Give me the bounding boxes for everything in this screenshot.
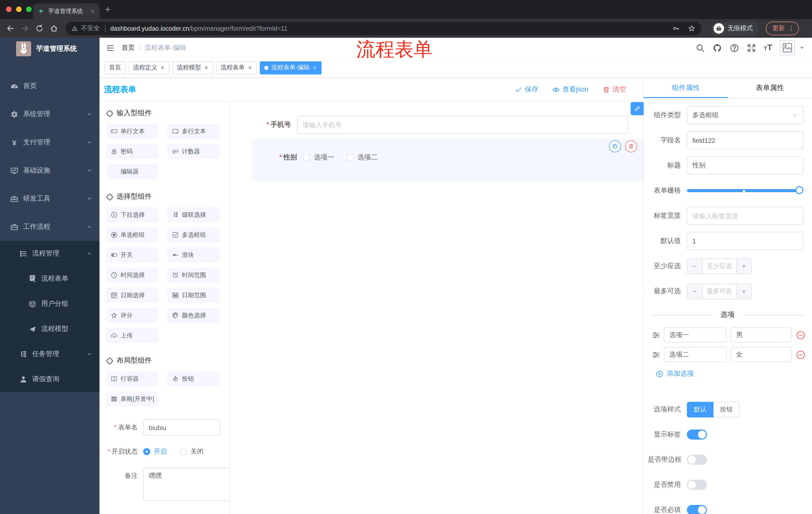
remark-textarea[interactable]: 嘿嘿 bbox=[143, 468, 230, 501]
palette-item-checkbox-group[interactable]: 多选框组 bbox=[167, 227, 220, 242]
tag-process-form[interactable]: 流程表单 bbox=[216, 61, 257, 74]
clear-button[interactable]: 清空 bbox=[603, 85, 626, 94]
fullscreen-icon[interactable] bbox=[747, 43, 756, 53]
palette-item-editor[interactable]: 编辑器 bbox=[106, 164, 158, 179]
slider-handle[interactable] bbox=[795, 186, 804, 194]
disabled-toggle[interactable] bbox=[687, 480, 707, 490]
drag-handle-icon[interactable] bbox=[652, 350, 660, 359]
stepper-plus-button[interactable]: + bbox=[736, 259, 751, 273]
option2-value-input[interactable] bbox=[731, 347, 792, 362]
field-name-input[interactable] bbox=[687, 131, 804, 150]
tag-close-icon[interactable] bbox=[248, 65, 252, 70]
link-tag-button[interactable] bbox=[631, 102, 644, 115]
tag-close-icon[interactable] bbox=[313, 65, 317, 70]
browser-tab[interactable]: 芋道管理系统 bbox=[33, 3, 99, 19]
sidebar-item-process-management[interactable]: 流程管理 bbox=[0, 241, 99, 266]
search-icon[interactable] bbox=[695, 43, 705, 53]
max-select-stepper[interactable]: − 最多可选 + bbox=[687, 283, 752, 299]
palette-item-row-container[interactable]: 行容器 bbox=[106, 371, 158, 386]
drag-handle-icon[interactable] bbox=[652, 331, 660, 339]
reload-button[interactable] bbox=[35, 24, 44, 33]
gender-checkbox-option2[interactable]: 选项二 bbox=[346, 153, 378, 162]
palette-item-single-text[interactable]: 单行文本 bbox=[106, 124, 158, 139]
view-json-button[interactable]: 查看json bbox=[552, 85, 588, 94]
tag-home[interactable]: 首页 bbox=[105, 61, 126, 74]
copy-component-button[interactable] bbox=[609, 140, 621, 153]
avatar[interactable] bbox=[780, 40, 795, 55]
sidebar-item-payment[interactable]: ¥ 支付管理 bbox=[0, 128, 99, 156]
palette-item-counter[interactable]: 123 计数器 bbox=[167, 144, 220, 159]
sidebar-item-system[interactable]: 系统管理 bbox=[0, 100, 99, 128]
palette-item-select[interactable]: 下拉选择 bbox=[106, 207, 158, 222]
remove-option-icon[interactable] bbox=[796, 350, 806, 359]
password-manager-icon[interactable] bbox=[672, 25, 680, 32]
font-size-icon[interactable]: TT bbox=[764, 43, 772, 53]
border-toggle[interactable] bbox=[687, 455, 707, 465]
title-input[interactable] bbox=[687, 156, 804, 174]
tag-process-form-edit[interactable]: 流程表单-编辑 bbox=[260, 61, 322, 74]
tag-close-icon[interactable] bbox=[160, 65, 165, 70]
save-button[interactable]: 保存 bbox=[515, 85, 538, 94]
sidebar-item-workflow[interactable]: 工作流程 bbox=[0, 213, 99, 241]
sidebar-item-leave-query[interactable]: 请假查询 bbox=[0, 367, 99, 392]
palette-item-multi-text[interactable]: 多行文本 bbox=[167, 124, 220, 139]
window-close-button[interactable] bbox=[6, 6, 11, 12]
form-grid-slider[interactable] bbox=[687, 182, 804, 200]
tag-process-model[interactable]: 流程模型 bbox=[172, 61, 213, 74]
sidebar-item-user-group[interactable]: 用户分组 bbox=[0, 291, 99, 316]
style-button-button[interactable]: 按钮 bbox=[714, 402, 740, 417]
tag-process-definition[interactable]: 流程定义 bbox=[128, 61, 169, 74]
browser-update-button[interactable]: 更新 bbox=[766, 22, 799, 35]
phone-input[interactable] bbox=[297, 116, 628, 134]
required-toggle[interactable] bbox=[687, 505, 707, 514]
back-button[interactable] bbox=[6, 24, 14, 33]
sidebar-fold-icon[interactable] bbox=[106, 44, 115, 52]
palette-item-upload[interactable]: 上传 bbox=[106, 328, 158, 343]
style-default-button[interactable]: 默认 bbox=[687, 402, 714, 417]
label-width-input[interactable] bbox=[687, 207, 804, 225]
tag-close-icon[interactable] bbox=[204, 65, 208, 70]
home-button[interactable] bbox=[50, 24, 58, 33]
add-option-button[interactable]: 添加选项 bbox=[656, 369, 804, 378]
tab-form-props[interactable]: 表单属性 bbox=[728, 78, 812, 98]
gender-checkbox-option1[interactable]: 选项一 bbox=[303, 153, 335, 162]
canvas-field-gender-selected[interactable]: 性别 选项一 选项二 bbox=[252, 139, 643, 181]
status-radio-off[interactable]: 关闭 bbox=[180, 447, 203, 456]
palette-item-button[interactable]: 按钮 bbox=[167, 371, 220, 386]
palette-item-date-picker[interactable]: 日期选择 bbox=[106, 288, 158, 303]
bookmark-icon[interactable] bbox=[688, 25, 695, 32]
sidebar-item-infrastructure[interactable]: 基础设施 bbox=[0, 156, 99, 185]
form-name-input[interactable] bbox=[143, 420, 220, 436]
window-minimize-button[interactable] bbox=[16, 6, 22, 12]
sidebar-item-process-model[interactable]: 流程模型 bbox=[0, 316, 99, 342]
sidebar-item-task-management[interactable]: 任务管理 bbox=[0, 342, 99, 367]
window-zoom-button[interactable] bbox=[26, 6, 32, 12]
stepper-minus-button[interactable]: − bbox=[687, 284, 702, 298]
palette-item-time-range[interactable]: 时间范围 bbox=[167, 268, 220, 283]
tab-component-props[interactable]: 组件属性 bbox=[644, 78, 728, 98]
component-type-select[interactable]: 多选框组 bbox=[687, 106, 804, 124]
delete-component-button[interactable] bbox=[625, 140, 637, 153]
palette-item-date-range[interactable]: 日期范围 bbox=[167, 288, 220, 303]
show-label-toggle[interactable] bbox=[687, 430, 707, 439]
palette-item-switch[interactable]: 开关 bbox=[106, 247, 158, 263]
avatar-caret-icon[interactable] bbox=[799, 45, 805, 51]
option1-label-input[interactable] bbox=[664, 327, 727, 343]
palette-item-slider[interactable]: 滑块 bbox=[167, 247, 220, 263]
min-select-stepper[interactable]: − 至少应选 + bbox=[687, 258, 752, 274]
status-radio-on[interactable]: 开启 bbox=[143, 447, 167, 456]
palette-item-time-picker[interactable]: 时间选择 bbox=[106, 268, 158, 283]
palette-item-cascader[interactable]: 级联选择 bbox=[167, 207, 220, 222]
sidebar-item-process-form[interactable]: 流程表单 bbox=[0, 266, 99, 291]
breadcrumb-home[interactable]: 首页 bbox=[122, 43, 135, 52]
palette-item-rate[interactable]: 评分 bbox=[106, 308, 158, 323]
browser-menu-icon[interactable] bbox=[788, 25, 794, 32]
option2-label-input[interactable] bbox=[664, 347, 727, 362]
address-bar[interactable]: 不安全 dashboard.yudao.iocoder.cn /bpm/mana… bbox=[65, 22, 701, 35]
canvas-field-phone[interactable]: 手机号 bbox=[246, 116, 628, 134]
palette-item-radio-group[interactable]: 单选框组 bbox=[106, 227, 158, 242]
remove-option-icon[interactable] bbox=[796, 330, 806, 340]
option1-value-input[interactable] bbox=[731, 327, 792, 343]
insecure-warning-icon[interactable] bbox=[71, 25, 78, 32]
help-icon[interactable] bbox=[730, 43, 739, 53]
